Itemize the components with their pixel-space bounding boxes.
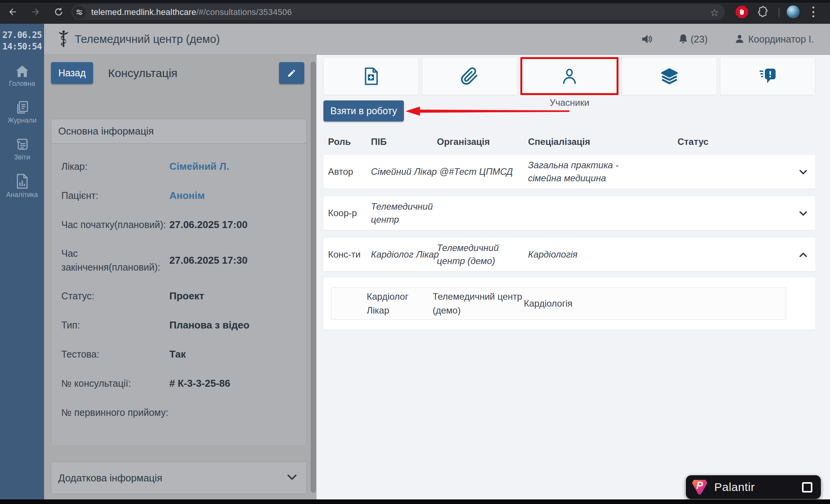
palantir-label: Palantir xyxy=(714,481,755,494)
analytics-icon xyxy=(15,174,29,189)
panel-title: Консультація xyxy=(108,67,177,80)
app-title: Телемедичний центр (демо) xyxy=(75,33,220,46)
sidebar-item-journals[interactable]: Журнали xyxy=(0,100,44,125)
row-role: Конс-ти xyxy=(328,248,371,261)
panel-scrollbar[interactable] xyxy=(311,62,316,493)
row-role: Коор-р xyxy=(328,207,371,220)
main-info-body: Лікар: Сімейний Л. Пацієнт: Анонім Час п… xyxy=(51,144,306,445)
adblock-icon[interactable] xyxy=(736,6,748,18)
tab-participants[interactable] xyxy=(520,57,619,95)
refresh-icon[interactable] xyxy=(53,6,64,18)
participant-row-coordinator[interactable]: Коор-р Телемедичний центр xyxy=(323,196,815,230)
user-menu[interactable]: Координатор І. xyxy=(735,34,814,45)
palantir-logo-icon: P xyxy=(692,480,707,494)
sidebar-item-reports[interactable]: Звіти xyxy=(0,137,44,161)
browser-tab-strip xyxy=(0,0,830,3)
section-tabs xyxy=(323,57,815,95)
sidebar-item-label: Аналітика xyxy=(0,191,44,199)
sidebar-item-label: Звіти xyxy=(0,153,44,161)
home-icon xyxy=(15,65,30,78)
speaker-icon[interactable] xyxy=(641,34,653,44)
extensions-puzzle-icon[interactable] xyxy=(757,6,768,19)
bookmark-star-icon[interactable]: ☆ xyxy=(710,7,719,19)
col-role: Роль xyxy=(328,136,371,147)
annotation-arrow xyxy=(405,106,570,117)
chevron-down-icon[interactable] xyxy=(799,165,807,178)
field-patient: Пацієнт: Анонім xyxy=(61,188,299,203)
tabs-caption-row: Учасники Взяти в роботу xyxy=(323,95,815,136)
clock-date: 27.06.25 xyxy=(0,30,44,41)
back-button[interactable]: Назад xyxy=(51,62,93,84)
medical-document-icon xyxy=(363,67,379,85)
journals-icon xyxy=(15,100,30,115)
address-bar[interactable]: telemed.medlink.healthcare/#/consultatio… xyxy=(71,4,725,20)
chevron-down-icon xyxy=(287,474,297,482)
reports-icon xyxy=(15,137,30,151)
app-header: Телемедичний центр (демо) (23) Координат… xyxy=(44,24,830,55)
header-right: (23) Координатор І. xyxy=(641,34,814,45)
clock: 27.06.25 14:50:54 xyxy=(0,24,44,53)
url-path: /#/consultations/3534506 xyxy=(196,7,292,17)
participants-panel: Учасники Взяти в роботу Роль ПІБ Організ… xyxy=(317,55,830,499)
chevron-up-icon[interactable] xyxy=(799,248,807,261)
col-name: ПІБ xyxy=(371,136,437,147)
row-spec: Загальна практика - сімейна медицина xyxy=(528,159,626,184)
table-header: Роль ПІБ Організація Спеціалізація Стату… xyxy=(323,136,815,147)
site-settings-icon[interactable] xyxy=(73,6,86,19)
url: telemed.medlink.healthcare/#/consultatio… xyxy=(91,7,292,17)
chevron-down-icon[interactable] xyxy=(799,207,807,220)
screen: telemed.medlink.healthcare/#/consultatio… xyxy=(0,0,830,504)
main-info-header: Основна інформація xyxy=(51,119,306,144)
take-to-work-button[interactable]: Взяти в роботу xyxy=(323,100,404,121)
tab-layers[interactable] xyxy=(622,57,717,95)
additional-info-section[interactable]: Додаткова інформація xyxy=(51,462,307,494)
pencil-icon xyxy=(287,69,296,78)
subrow-name: Кардіолог Лікар xyxy=(367,290,433,317)
field-test: Тестова: Так xyxy=(61,347,299,362)
doctor-link[interactable]: Сімейний Л. xyxy=(169,161,229,172)
consultation-panel-top: Назад Консультація xyxy=(44,55,317,93)
tab-attachments[interactable] xyxy=(422,57,517,95)
bell-icon xyxy=(678,34,688,44)
back-icon[interactable] xyxy=(7,6,18,18)
edit-button[interactable] xyxy=(279,62,304,84)
notifications[interactable]: (23) xyxy=(678,34,707,45)
participant-row-consultant[interactable]: Конс-ти Кардіолог Лікар Телемедичний цен… xyxy=(323,238,815,271)
consultant-subrow: Кардіолог Лікар Телемедичний центр (демо… xyxy=(331,287,786,320)
brand: Телемедичний центр (демо) xyxy=(58,30,220,48)
palantir-widget[interactable]: P Palantir xyxy=(686,475,821,499)
profile-avatar[interactable] xyxy=(786,5,800,19)
notifications-count: (23) xyxy=(691,34,707,45)
tab-medical-document[interactable] xyxy=(323,57,419,95)
consultant-expanded-panel: Кардіолог Лікар Телемедичний центр (демо… xyxy=(323,277,815,330)
row-name: Кардіолог Лікар xyxy=(371,248,437,261)
patient-link[interactable]: Анонім xyxy=(169,190,205,202)
feedback-icon xyxy=(759,68,777,85)
main-info-section: Основна інформація Лікар: Сімейний Л. Па… xyxy=(51,119,307,445)
expand-window-icon[interactable] xyxy=(802,482,812,493)
sidebar-item-home[interactable]: Головна xyxy=(0,65,44,88)
field-type: Тип: Планова з відео xyxy=(61,318,299,333)
sidebar-item-analytics[interactable]: Аналітика xyxy=(0,174,44,199)
field-primary-visit-number: № первинного прийому: xyxy=(61,405,299,420)
field-consult-number: № консультації: # К-3-3-25-86 xyxy=(61,376,299,391)
tab-feedback[interactable] xyxy=(720,57,815,95)
consultation-panel: Назад Консультація Основна інформація Лі… xyxy=(44,55,317,499)
url-domain: telemed.medlink.healthcare xyxy=(91,7,196,17)
browser-menu-icon[interactable] xyxy=(812,7,815,17)
user-icon xyxy=(735,34,745,44)
sidebar-item-label: Журнали xyxy=(0,117,44,125)
browser-toolbar: telemed.medlink.healthcare/#/consultatio… xyxy=(0,0,830,24)
field-start-time: Час початку(плановий): 27.06.2025 17:00 xyxy=(61,217,299,232)
row-name: Телемедичний центр xyxy=(371,200,437,226)
caduceus-icon xyxy=(58,30,69,48)
sidebar-item-label: Головна xyxy=(0,80,44,88)
participant-row-author[interactable]: Автор Сімейний Лікар @#Тест ЦПМСД Загаль… xyxy=(323,155,815,189)
field-doctor: Лікар: Сімейний Л. xyxy=(61,159,299,174)
forward-icon[interactable] xyxy=(30,6,41,18)
col-specialization: Спеціалізація xyxy=(528,136,677,147)
field-end-time: Час закінчення(плановий): 27.06.2025 17:… xyxy=(61,246,299,274)
col-organization: Організація xyxy=(437,136,528,147)
paperclip-icon xyxy=(460,67,479,85)
subrow-org: Телемедичний центр (демо) xyxy=(433,290,524,317)
